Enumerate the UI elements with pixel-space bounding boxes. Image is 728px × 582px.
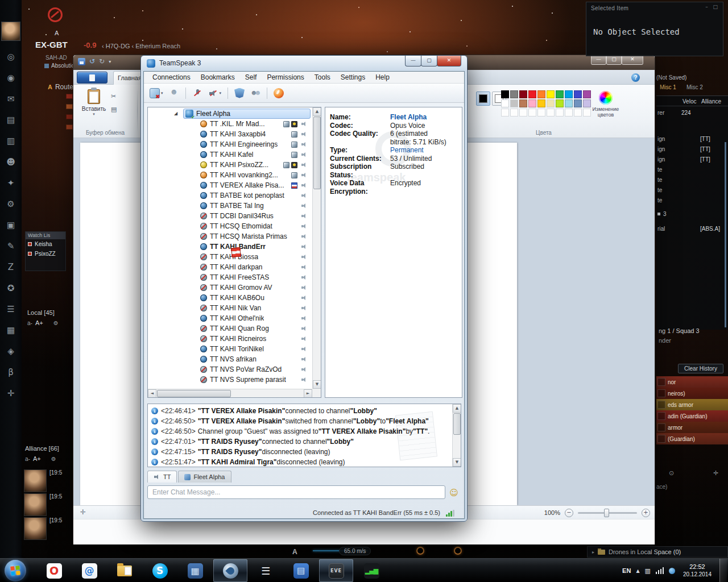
column-alliance[interactable]: Alliance: [701, 98, 721, 105]
hidden-icons-arrow[interactable]: ▲: [636, 568, 639, 573]
close-button[interactable]: ✕: [622, 55, 643, 65]
wallet-icon[interactable]: ▤: [0, 110, 22, 131]
maximize-button[interactable]: ▢: [421, 56, 437, 66]
taskbar-monitor[interactable]: ▂▄▆: [354, 559, 388, 582]
user-row[interactable]: TT KAHI Kafel: [148, 149, 321, 160]
corporation-icon[interactable]: ✦: [0, 173, 22, 194]
beta-icon[interactable]: β: [0, 362, 22, 383]
drones-window[interactable]: ▸ Drones in Local Space (0): [587, 546, 728, 558]
user-row[interactable]: TT HCSQ Ethomidat: [148, 221, 321, 231]
empty-swatch[interactable]: [519, 109, 527, 117]
user-row[interactable]: TT BATBE Tal Ing: [148, 201, 321, 211]
menu-tools[interactable]: Tools: [309, 72, 336, 82]
zoom-slider[interactable]: [578, 512, 637, 514]
color-swatch[interactable]: [574, 90, 582, 98]
chat-input[interactable]: [147, 485, 445, 499]
user-row[interactable]: TT KAHI PsixoZZ...: [148, 160, 321, 170]
font-increase[interactable]: A+: [35, 319, 43, 326]
zoom-in-button[interactable]: +: [642, 509, 650, 517]
user-row[interactable]: TT KAHI Захарbi4: [148, 129, 321, 139]
paint-app-menu-button[interactable]: [77, 72, 107, 84]
zoom-slider-thumb[interactable]: [604, 509, 609, 517]
font-increase[interactable]: A+: [33, 455, 41, 462]
route-waypoint-icon[interactable]: [66, 114, 73, 119]
search-icon[interactable]: ◎: [0, 47, 22, 68]
route-header[interactable]: ARoute: [48, 83, 73, 91]
color-swatch[interactable]: [565, 99, 573, 107]
combat-log-row[interactable]: (Guardian): [656, 433, 728, 444]
gear-icon[interactable]: ⚙: [53, 320, 59, 326]
overview-row[interactable]: te: [656, 164, 728, 174]
user-row[interactable]: TT KAHI Ricneiros: [148, 334, 321, 344]
combat-log-row[interactable]: eds armor: [656, 399, 728, 410]
empty-swatch[interactable]: [565, 109, 573, 117]
color-swatch[interactable]: [537, 99, 545, 107]
scroll-down-icon[interactable]: ▼: [313, 380, 321, 389]
talk-power-button[interactable]: [232, 86, 247, 101]
color-swatch[interactable]: [547, 99, 555, 107]
menu-help[interactable]: Help: [370, 72, 395, 82]
connections-button[interactable]: ▾: [147, 86, 166, 101]
overview-row[interactable]: ign[TT]: [656, 154, 728, 164]
taskbar-mail-agent[interactable]: @: [72, 559, 106, 582]
user-row[interactable]: TT KAHI KAB6Ou: [148, 293, 321, 303]
empty-swatch[interactable]: [574, 109, 582, 117]
overview-row[interactable]: rial[ABS.A]: [656, 223, 728, 234]
away-button[interactable]: [167, 86, 181, 101]
network-icon[interactable]: [656, 567, 664, 574]
tray-app-icon[interactable]: ▥: [645, 567, 651, 575]
user-row[interactable]: TT KAHI ToriNikel: [148, 344, 321, 354]
minimize-button[interactable]: —: [591, 55, 606, 65]
ts-menubar[interactable]: ConnectionsBookmarksSelfPermissionsTools…: [144, 72, 464, 84]
close-button[interactable]: ✕: [437, 56, 461, 66]
character-portrait[interactable]: [1, 22, 20, 41]
route-waypoint-icon[interactable]: [66, 94, 73, 99]
overview-tab[interactable]: Misc 2: [686, 84, 703, 90]
empty-swatch[interactable]: [501, 109, 509, 117]
color-swatch[interactable]: [510, 90, 518, 98]
qat-dropdown-icon[interactable]: ▾: [109, 59, 111, 64]
cut-icon[interactable]: ✂: [111, 93, 117, 100]
user-row[interactable]: TT KAHI Gromov AV: [148, 282, 321, 293]
scrollbar-thumb[interactable]: [157, 390, 231, 397]
overview-row[interactable]: te: [656, 195, 728, 205]
taskbar-organizer[interactable]: ▤: [284, 559, 318, 582]
ts-window-buttons[interactable]: — ▢ ✕: [406, 56, 461, 66]
log-scrollbar[interactable]: ▲ ▼: [452, 404, 461, 467]
medal-icon[interactable]: ✪: [0, 278, 22, 299]
zoom-controls[interactable]: 100% − +: [544, 507, 650, 518]
user-row[interactable]: TT KAHI vovanking2...: [148, 170, 321, 180]
language-indicator[interactable]: EN: [622, 567, 631, 574]
overview-tabs[interactable]: Misc 1Misc 2: [660, 84, 703, 90]
module-ring-icon[interactable]: [416, 547, 424, 555]
menu-settings[interactable]: Settings: [336, 72, 370, 82]
notes-icon[interactable]: ✎: [0, 236, 22, 257]
expander-icon[interactable]: ▸: [592, 550, 594, 555]
scroll-up-icon[interactable]: ▲: [313, 107, 321, 116]
overview-row[interactable]: te: [656, 174, 728, 185]
taskbar-remote-app[interactable]: ▦: [178, 559, 212, 582]
color-swatch[interactable]: [519, 99, 527, 107]
empty-swatch[interactable]: [537, 109, 545, 117]
font-decrease[interactable]: a-: [27, 320, 32, 326]
people-icon[interactable]: ☻: [0, 152, 22, 173]
color-swatch[interactable]: [556, 90, 564, 98]
tree-horizontal-scrollbar[interactable]: ◄ ►: [148, 389, 312, 397]
combat-log-row[interactable]: neiros): [656, 388, 728, 399]
scroll-down-icon[interactable]: ▼: [453, 458, 461, 467]
color-swatch[interactable]: [501, 99, 509, 107]
user-row[interactable]: TT NVS PoVar RaZvOd: [148, 364, 321, 375]
save-icon[interactable]: [78, 58, 85, 65]
user-row[interactable]: TT KAHI darkpan: [148, 262, 321, 272]
assets-icon[interactable]: ▦: [0, 320, 22, 341]
zoom-out-button[interactable]: −: [565, 509, 573, 517]
undo-icon[interactable]: ↺: [89, 58, 95, 65]
menu-self[interactable]: Self: [240, 72, 262, 82]
taskbar-opera[interactable]: O: [37, 559, 71, 582]
comms-icon[interactable]: ◉: [0, 68, 22, 89]
empty-swatch[interactable]: [528, 109, 536, 117]
taskbar-teamspeak[interactable]: [213, 559, 247, 582]
color1-well[interactable]: [476, 92, 490, 106]
emoticon-button[interactable]: ☺: [448, 487, 460, 499]
chat-tab-fleet-alpha[interactable]: Fleet Alpha: [178, 471, 231, 483]
